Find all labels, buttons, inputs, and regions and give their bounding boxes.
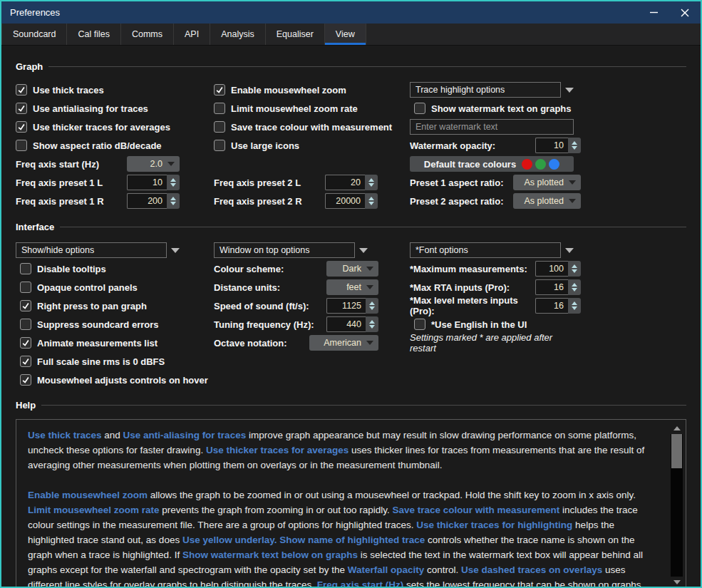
spinner-buttons[interactable] (365, 175, 378, 190)
checkbox-use-thick-traces[interactable]: Use thick traces (16, 81, 214, 99)
minimize-button[interactable] (638, 1, 669, 24)
help-link[interactable]: Save trace colour with measurement (392, 505, 559, 515)
distance-units-dropdown[interactable]: feet (326, 279, 378, 295)
spinner-buttons[interactable] (568, 261, 581, 277)
spinner-buttons[interactable] (366, 316, 378, 332)
freq-preset-2l-spinner[interactable]: 20 (325, 175, 378, 190)
checkbox-icon (414, 319, 425, 330)
checkbox-label: Use thicker traces for averages (33, 122, 170, 133)
checkbox-use-antialiasing[interactable]: Use antialiasing for traces (16, 99, 214, 118)
octave-notation-dropdown[interactable]: American (309, 335, 378, 351)
spinner-buttons[interactable] (568, 138, 581, 153)
freq-preset-1l-spinner[interactable]: 10 (127, 175, 180, 190)
default-trace-colours-button[interactable]: Default trace colours (410, 156, 574, 172)
showhide-options-combobox[interactable]: Show/hide options (16, 242, 180, 258)
help-link[interactable]: Use thicker traces for averages (206, 445, 349, 455)
help-link[interactable]: Limit mousewheel zoom rate (28, 505, 160, 515)
help-link[interactable]: Enable mousewheel zoom (28, 490, 148, 500)
help-scrollbar[interactable] (671, 423, 683, 588)
speed-of-sound-spinner[interactable]: 1125 (326, 298, 378, 314)
spinner-buttons[interactable] (366, 298, 378, 314)
freq-preset-1r-spinner[interactable]: 200 (127, 193, 180, 209)
freq-preset-2r-row: Freq axis preset 2 R 20000 (214, 192, 410, 210)
window-on-top-row: Window on top options (214, 241, 378, 259)
spinner-buttons[interactable] (568, 279, 581, 295)
distance-units-label: Distance units: (214, 282, 326, 293)
scroll-down-button[interactable] (671, 577, 683, 588)
close-button[interactable] (669, 1, 701, 24)
checkbox-disable-tooltips[interactable]: Disable tooltips (16, 259, 214, 278)
checkbox-opaque-panels[interactable]: Opaque control panels (16, 278, 214, 296)
scrollbar-thumb[interactable] (671, 434, 682, 468)
help-link[interactable]: Show name of highlighted trace (279, 535, 425, 545)
checkbox-suppress-soundcard-errors[interactable]: Suppress soundcard errors (16, 315, 214, 334)
checkbox-icon (214, 140, 225, 151)
trace-highlight-options-combobox[interactable]: Trace highlight options (410, 82, 574, 98)
checkbox-mousewheel-hover[interactable]: Mousewheel adjusts controls on hover (16, 371, 214, 389)
spin-down-icon (572, 306, 577, 310)
chevron-down-icon (366, 341, 373, 345)
checkbox-use-english[interactable]: *Use English in the UI (410, 315, 581, 334)
checkbox-label: Opaque control panels (37, 282, 138, 293)
tab-cal-files[interactable]: Cal files (67, 24, 120, 45)
help-link[interactable]: Use thicker traces for highlighting (416, 520, 572, 530)
checkbox-limit-zoom-rate[interactable]: Limit mousewheel zoom rate (214, 99, 410, 118)
font-options-combobox[interactable]: *Font options (410, 242, 574, 258)
graph-column-3: Trace highlight options Show watermark t… (410, 81, 581, 210)
freq-preset-2r-spinner[interactable]: 20000 (325, 193, 378, 209)
tab-soundcard[interactable]: Soundcard (1, 24, 67, 45)
spinner-buttons[interactable] (365, 193, 378, 209)
checkbox-icon (214, 84, 225, 96)
speed-of-sound-label: Speed of sound (ft/s): (214, 301, 326, 311)
scrollbar-track[interactable] (671, 434, 683, 577)
help-link[interactable]: Show watermark text below on graphs (182, 550, 358, 560)
checkbox-full-scale-sine[interactable]: Full scale sine rms is 0 dBFS (16, 352, 214, 371)
trace-colour-dots (522, 159, 559, 170)
tab-view[interactable]: View (325, 24, 366, 45)
freq-preset-2l-label: Freq axis preset 2 L (214, 177, 325, 188)
tab-comms[interactable]: Comms (121, 24, 174, 45)
preset1-aspect-dropdown[interactable]: As plotted (513, 175, 581, 190)
checkbox-use-large-icons[interactable]: Use large icons (214, 136, 410, 155)
max-level-meters-spinner[interactable]: 16 (535, 298, 581, 314)
tuning-frequency-spinner[interactable]: 440 (326, 316, 378, 332)
checkbox-icon (20, 356, 31, 367)
watermark-opacity-spinner[interactable]: 10 (535, 138, 581, 153)
tab-equaliser[interactable]: Equaliser (266, 24, 325, 45)
checkbox-label: Show watermark text on graphs (431, 103, 572, 114)
checkbox-right-press-pan[interactable]: Right press to pan graph (16, 296, 214, 315)
scroll-up-button[interactable] (671, 423, 683, 434)
spinner-buttons[interactable] (167, 193, 180, 209)
max-rta-inputs-spinner[interactable]: 16 (535, 279, 581, 295)
checkbox-icon (20, 300, 31, 311)
help-link[interactable]: Use yellow underlay. (182, 535, 277, 545)
help-link[interactable]: Use thick traces (28, 430, 102, 440)
watermark-text-input[interactable] (410, 119, 574, 135)
checkbox-label: Right press to pan graph (37, 301, 147, 311)
checkbox-enable-mousewheel-zoom[interactable]: Enable mousewheel zoom (214, 81, 410, 99)
tab-api[interactable]: API (174, 24, 210, 45)
tab-analysis[interactable]: Analysis (210, 24, 266, 45)
help-link[interactable]: Waterfall opacity (348, 564, 425, 575)
window-on-top-combobox[interactable]: Window on top options (214, 242, 368, 258)
checkbox-aspect-ratio[interactable]: Show aspect ratio dB/decade (16, 136, 214, 155)
preset1-aspect-row: Preset 1 aspect ratio: As plotted (410, 173, 581, 192)
help-link[interactable]: Use anti-aliasing for traces (123, 430, 247, 440)
watermark-opacity-row: Watermark opacity: 10 (410, 136, 581, 155)
spin-up-icon (572, 283, 577, 287)
help-link[interactable]: Freq axis start (Hz) (317, 579, 404, 588)
checkbox-save-trace-colour[interactable]: Save trace colour with measurement (214, 118, 410, 136)
checkbox-animate-measurements[interactable]: Animate measurements list (16, 334, 214, 352)
spinner-buttons[interactable] (167, 175, 180, 190)
checkbox-show-watermark[interactable]: Show watermark text on graphs (410, 99, 581, 118)
checkbox-thicker-averages[interactable]: Use thicker traces for averages (16, 118, 214, 136)
help-link[interactable]: Use dashed traces on overlays (461, 564, 602, 575)
section-divider (60, 227, 686, 227)
colour-scheme-dropdown[interactable]: Dark (326, 261, 378, 277)
restart-note-row: Settings marked * are applied after rest… (410, 334, 581, 352)
preset2-aspect-dropdown[interactable]: As plotted (513, 193, 581, 209)
spinner-buttons[interactable] (568, 298, 581, 314)
freq-axis-start-dropdown[interactable]: 2.0 (127, 156, 180, 172)
max-measurements-label: *Maximum measurements: (410, 264, 535, 274)
max-measurements-spinner[interactable]: 100 (535, 261, 581, 277)
